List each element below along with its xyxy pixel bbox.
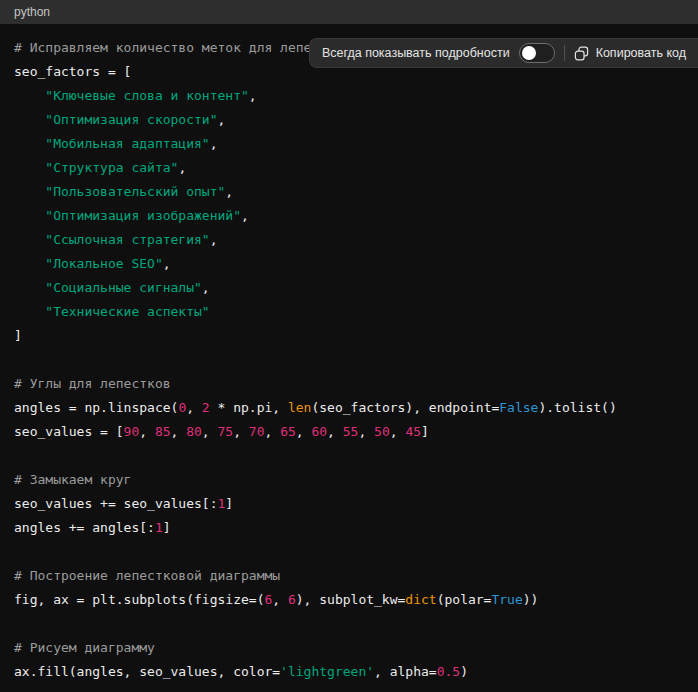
code-line: angles += angles[:1]: [14, 516, 684, 540]
code-line: "Структура сайта",: [14, 156, 684, 180]
code-line: "Оптимизация скорости",: [14, 108, 684, 132]
code-line: ]: [14, 324, 684, 348]
code-block-window: python # Исправляем количество меток для…: [0, 0, 698, 692]
always-show-details-toggle[interactable]: [519, 43, 555, 63]
copy-icon: [574, 46, 589, 61]
code-line: ax.fill(angles, seo_values, color='light…: [14, 660, 684, 684]
copy-code-label: Копировать код: [596, 46, 686, 60]
always-show-details-label: Всегда показывать подробности: [322, 46, 510, 60]
code-line: "Оптимизация изображений",: [14, 204, 684, 228]
floating-toolbar: Всегда показывать подробности Копировать…: [309, 38, 698, 68]
code-line: seo_values += seo_values[:1]: [14, 492, 684, 516]
code-line: [14, 540, 684, 564]
code-line: [14, 348, 684, 372]
code-line: [14, 612, 684, 636]
toggle-knob-icon: [522, 46, 536, 60]
code-line: "Ссылочная стратегия",: [14, 228, 684, 252]
code-line: fig, ax = plt.subplots(figsize=(6, 6), s…: [14, 588, 684, 612]
code-line: [14, 444, 684, 468]
code-line: # Построение лепестковой диаграммы: [14, 564, 684, 588]
code-line: seo_values = [90, 85, 80, 75, 70, 65, 60…: [14, 420, 684, 444]
code-lines: # Исправляем количество меток для лепест…: [14, 36, 684, 684]
code-area: # Исправляем количество меток для лепест…: [0, 24, 698, 692]
language-label: python: [14, 5, 50, 19]
toolbar-divider: [564, 45, 565, 61]
code-line: # Рисуем диаграмму: [14, 636, 684, 660]
code-header-bar: python: [0, 0, 698, 24]
code-line: "Социальные сигналы",: [14, 276, 684, 300]
code-line: "Мобильная адаптация",: [14, 132, 684, 156]
code-line: # Углы для лепестков: [14, 372, 684, 396]
code-line: "Пользовательский опыт",: [14, 180, 684, 204]
code-line: angles = np.linspace(0, 2 * np.pi, len(s…: [14, 396, 684, 420]
code-line: "Технические аспекты": [14, 300, 684, 324]
code-line: "Ключевые слова и контент",: [14, 84, 684, 108]
code-line: # Замыкаем круг: [14, 468, 684, 492]
copy-code-button[interactable]: Копировать код: [574, 46, 686, 61]
code-line: "Локальное SEO",: [14, 252, 684, 276]
